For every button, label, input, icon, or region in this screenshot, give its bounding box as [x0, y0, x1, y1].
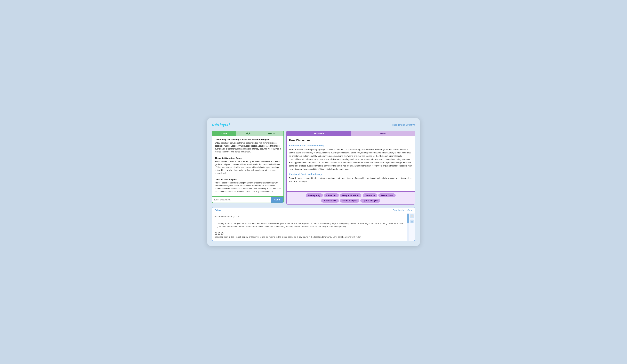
editor-header: Editor Save locally • Clear: [212, 208, 415, 213]
card-text: Arthur Russell's music is characterized …: [215, 160, 281, 175]
section-title-1: Emotional Depth and Intimacy: [289, 173, 413, 176]
editor-scrollbar[interactable]: [407, 213, 409, 241]
tab-works[interactable]: Works: [260, 131, 283, 136]
lede-content: Combining The Building Blocks and Sound …: [212, 136, 284, 197]
research-content: Fans Discourse Eclecticism and Genre-Ble…: [286, 136, 415, 192]
section-title-0: Eclecticism and Genre-Blending: [289, 144, 413, 147]
card-title: Contrast and Surprise: [215, 178, 281, 181]
section-text-0: Arthur Russell's fans frequently highlig…: [289, 148, 413, 171]
editor-body: ⬜ ▤: [212, 213, 415, 241]
pill-discography[interactable]: Discography: [306, 193, 323, 197]
editor-sidebar-icons: ⬜ ▤: [409, 213, 415, 241]
pill-sonic-analysis[interactable]: Sonic Analysis: [340, 199, 359, 203]
expand-icon[interactable]: ⬜: [410, 214, 414, 218]
tab-origin[interactable]: Origin: [236, 131, 260, 136]
right-panel: Research Notes Fans Discourse Eclecticis…: [286, 131, 415, 205]
pill-influences[interactable]: Influences: [324, 193, 339, 197]
clear-link[interactable]: Clear: [407, 209, 413, 211]
dot-separator: •: [405, 209, 406, 211]
list-item[interactable]: Combining The Building Blocks and Sound …: [213, 137, 283, 155]
editor-textarea[interactable]: [212, 213, 407, 241]
left-tabs-bar: Lede Origin Works: [212, 131, 284, 136]
tab-research[interactable]: Research: [287, 131, 351, 136]
tab-notes[interactable]: Notes: [351, 131, 415, 136]
brand-link[interactable]: Third Bridge Creative: [392, 123, 415, 126]
editor-scroll-thumb: [407, 214, 409, 223]
artist-name-input[interactable]: [212, 197, 271, 203]
card-title: The Artist Signature Sound: [215, 157, 281, 159]
list-item[interactable]: The Artist's Building Blocks Arthur Russ…: [213, 195, 283, 197]
editor-panel: Editor Save locally • Clear ⬜ ▤: [212, 207, 415, 241]
list-item[interactable]: The Artist Signature Sound Arthur Russel…: [213, 155, 283, 176]
app-window: thirdeyed Third Bridge Creative Lede Ori…: [207, 118, 420, 246]
section-text-1: Russell's music is lauded for its profou…: [289, 177, 413, 183]
pill-lyrical-analysis[interactable]: Lyrical Analysis: [360, 199, 380, 203]
card-title: Combining The Building Blocks and Sound …: [215, 138, 281, 141]
card-text: Arthur Russell's innovative amalgamation…: [215, 181, 281, 193]
pills-container: Discography Influences Biographical Info…: [286, 192, 415, 205]
editor-actions: Save locally • Clear: [393, 209, 413, 211]
right-tabs-bar: Research Notes: [286, 131, 415, 136]
pill-artist-socials[interactable]: Artist Socials: [321, 199, 339, 203]
pill-discourse[interactable]: Discourse: [363, 193, 377, 197]
top-bar: thirdeyed Third Bridge Creative: [212, 122, 415, 127]
left-panel: Lede Origin Works Combining The Building…: [212, 131, 284, 203]
pill-biographical-info[interactable]: Biographical Info: [340, 193, 361, 197]
pill-recent-news[interactable]: Recent News: [378, 193, 396, 197]
collapse-icon[interactable]: ▤: [410, 219, 414, 223]
tab-lede[interactable]: Lede: [212, 131, 236, 136]
pills-row-1: Discography Influences Biographical Info…: [289, 193, 413, 197]
editor-title: Editor: [214, 209, 222, 211]
pills-row-2: Artist Socials Sonic Analysis Lyrical An…: [289, 199, 413, 203]
app-logo: thirdeyed: [212, 122, 230, 127]
list-item[interactable]: Contrast and Surprise Arthur Russell's i…: [213, 177, 283, 195]
card-text: With a penchant for fusing ethereal cell…: [215, 142, 281, 153]
research-title: Fans Discourse: [289, 139, 413, 142]
send-button[interactable]: Send: [271, 197, 283, 203]
save-locally-link[interactable]: Save locally: [393, 209, 404, 211]
main-layout: Lede Origin Works Combining The Building…: [212, 131, 415, 205]
artist-input-row: Send: [212, 197, 284, 203]
